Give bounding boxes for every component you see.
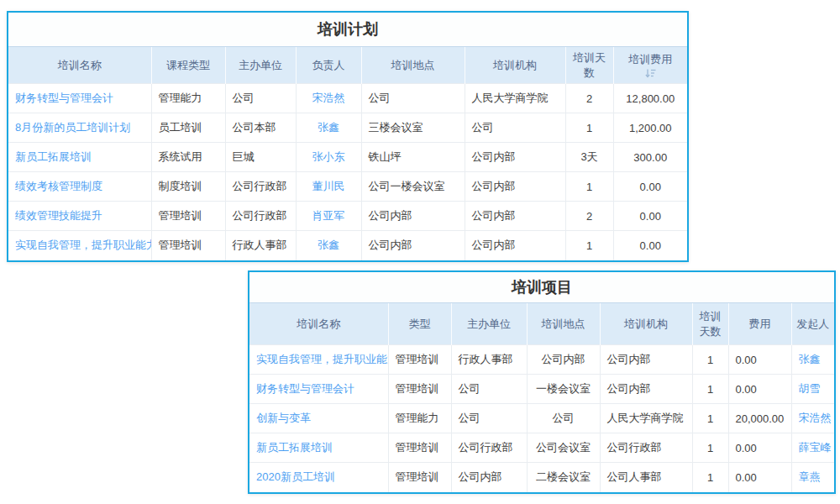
cell-institution: 公司内部 — [600, 345, 692, 375]
training-name-link[interactable]: 实现自我管理，提升职业能力 — [8, 231, 151, 260]
column-header-course-type: 课程类型 — [151, 47, 225, 84]
cell-fee: 300.00 — [613, 143, 687, 172]
cell-days: 3天 — [565, 143, 613, 172]
cell-host-unit: 行政人事部 — [451, 345, 527, 375]
cell-institution: 公司 — [465, 113, 565, 143]
cell-days: 1 — [565, 172, 613, 202]
table-row: 2020新员工培训管理培训公司内部二楼会议室公司人事部10.00章燕 — [249, 463, 834, 492]
training-name-link[interactable]: 新员工拓展培训 — [8, 143, 151, 172]
column-header-label: 培训机构 — [624, 317, 668, 332]
cell-fee: 0.00 — [728, 375, 791, 404]
table-row: 新员工拓展培训系统试用巨城张小东铁山坪公司内部3天300.00 — [8, 143, 687, 172]
cell-institution: 公司内部 — [465, 143, 565, 172]
cell-fee: 0.00 — [613, 202, 687, 231]
training-name-link[interactable]: 创新与变革 — [249, 404, 388, 433]
cell-host-unit: 公司行政部 — [225, 172, 296, 202]
training-name-link[interactable]: 新员工拓展培训 — [249, 433, 388, 463]
column-header-host-unit: 主办单位 — [451, 303, 527, 345]
column-header-label: 培训地点 — [391, 58, 435, 73]
column-header-fee[interactable]: 培训费用 — [613, 47, 687, 84]
cell-institution: 公司内部 — [600, 375, 692, 404]
cell-fee: 0.00 — [728, 433, 791, 463]
column-header-days: 培训天数 — [565, 47, 613, 84]
column-header-fee: 费用 — [728, 303, 791, 345]
cell-course-type: 员工培训 — [151, 113, 225, 143]
cell-institution: 人民大学商学院 — [465, 84, 565, 113]
cell-host-unit: 公司本部 — [225, 113, 296, 143]
cell-fee: 0.00 — [728, 345, 791, 375]
cell-course-type: 系统试用 — [151, 143, 225, 172]
cell-fee: 0.00 — [728, 463, 791, 492]
column-header-label: 费用 — [749, 317, 771, 332]
table-row: 8月份新的员工培训计划员工培训公司本部张鑫三楼会议室公司11,200.00 — [8, 113, 687, 143]
column-header-location: 培训地点 — [361, 47, 465, 84]
cell-days: 1 — [565, 231, 613, 260]
column-header-institution: 培训机构 — [465, 47, 565, 84]
training-project-card: 培训项目 培训名称类型主办单位培训地点培训机构培训天数费用发起人 实现自我管理，… — [248, 270, 836, 494]
training-name-link[interactable]: 2020新员工培训 — [249, 463, 388, 492]
training-name-link[interactable]: 财务转型与管理会计 — [8, 84, 151, 113]
column-header-label: 培训天数 — [570, 50, 610, 81]
leader-link[interactable]: 肖亚军 — [296, 202, 361, 231]
training-name-link[interactable]: 8月份新的员工培训计划 — [8, 113, 151, 143]
cell-location: 公司会议室 — [527, 433, 600, 463]
column-header-label: 培训费用 — [628, 52, 672, 67]
cell-host-unit: 公司行政部 — [451, 433, 527, 463]
column-header-label: 培训名称 — [58, 58, 102, 73]
leader-link[interactable]: 宋浩然 — [296, 84, 361, 113]
initiator-link[interactable]: 张鑫 — [791, 345, 834, 375]
table-row: 财务转型与管理会计管理培训公司一楼会议室公司内部10.00胡雪 — [249, 375, 834, 404]
initiator-link[interactable]: 章燕 — [791, 463, 834, 492]
column-header-label: 主办单位 — [239, 58, 282, 73]
leader-link[interactable]: 张鑫 — [296, 231, 361, 260]
cell-host-unit: 公司行政部 — [225, 202, 296, 231]
cell-location: 二楼会议室 — [527, 463, 600, 492]
column-header-label: 培训天数 — [696, 309, 725, 339]
column-header-initiator: 发起人 — [791, 303, 834, 345]
column-header-label: 负责人 — [312, 58, 345, 73]
column-header-type: 类型 — [388, 303, 451, 345]
cell-host-unit: 公司 — [451, 404, 527, 433]
header-row: 培训名称类型主办单位培训地点培训机构培训天数费用发起人 — [249, 303, 834, 345]
cell-host-unit: 巨城 — [225, 143, 296, 172]
cell-days: 1 — [692, 404, 728, 433]
leader-link[interactable]: 董川民 — [296, 172, 361, 202]
cell-type: 管理培训 — [388, 433, 451, 463]
column-header-training-name: 培训名称 — [249, 303, 388, 345]
cell-course-type: 管理能力 — [151, 84, 225, 113]
training-name-link[interactable]: 绩效考核管理制度 — [8, 172, 151, 202]
column-header-label: 培训名称 — [297, 317, 340, 332]
leader-link[interactable]: 张鑫 — [296, 113, 361, 143]
cell-host-unit: 公司内部 — [451, 463, 527, 492]
training-name-link[interactable]: 财务转型与管理会计 — [249, 375, 388, 404]
cell-location: 公司一楼会议室 — [361, 172, 465, 202]
cell-fee: 0.00 — [613, 172, 687, 202]
training-name-link[interactable]: 实现自我管理，提升职业能力 — [249, 345, 388, 375]
cell-type: 管理培训 — [388, 463, 451, 492]
cell-course-type: 制度培训 — [151, 172, 225, 202]
cell-days: 1 — [692, 433, 728, 463]
cell-host-unit: 公司 — [225, 84, 296, 113]
cell-location: 公司内部 — [361, 231, 465, 260]
training-plan-card: 培训计划 培训名称课程类型主办单位负责人培训地点培训机构培训天数培训费用 财务转… — [7, 11, 689, 262]
column-header-label: 课程类型 — [166, 58, 210, 73]
training-name-link[interactable]: 绩效管理技能提升 — [8, 202, 151, 231]
initiator-link[interactable]: 宋浩然 — [791, 404, 834, 433]
cell-location: 公司 — [527, 404, 600, 433]
cell-location: 三楼会议室 — [361, 113, 465, 143]
cell-fee: 1,200.00 — [613, 113, 687, 143]
table-row: 实现自我管理，提升职业能力管理培训行政人事部张鑫公司内部公司内部10.00 — [8, 231, 687, 260]
table-row: 创新与变革管理能力公司公司人民大学商学院120,000.00宋浩然 — [249, 404, 834, 433]
cell-type: 管理培训 — [388, 375, 451, 404]
cell-days: 1 — [565, 113, 613, 143]
leader-link[interactable]: 张小东 — [296, 143, 361, 172]
cell-location: 铁山坪 — [361, 143, 465, 172]
cell-institution: 公司内部 — [465, 231, 565, 260]
initiator-link[interactable]: 薛宝峰 — [791, 433, 834, 463]
training-plan-title: 培训计划 — [8, 13, 687, 46]
cell-institution: 公司人事部 — [600, 463, 692, 492]
sort-descending-icon[interactable] — [617, 69, 685, 78]
column-header-training-name: 培训名称 — [8, 47, 151, 84]
initiator-link[interactable]: 胡雪 — [791, 375, 834, 404]
column-header-label: 类型 — [409, 317, 431, 332]
